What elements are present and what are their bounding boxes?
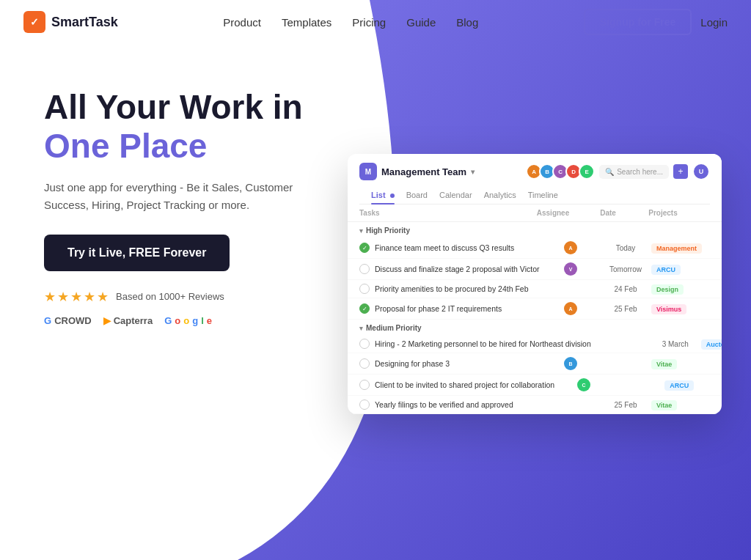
task-name: Proposal for phase 2 IT requirements (375, 304, 502, 313)
table-row[interactable]: Discuss and finalize stage 2 proposal wi… (348, 259, 722, 280)
task-avatar: A (564, 241, 577, 254)
task-tag: Vitae (651, 359, 677, 369)
logo-icon: ✓ (23, 11, 45, 33)
nav-pricing[interactable]: Pricing (352, 16, 386, 29)
table-row[interactable]: ✓Proposal for phase 2 IT requirements A … (348, 298, 722, 320)
task-avatar: C (577, 378, 590, 391)
mockup-header-top: M Management Team ▾ A B C D E 🔍 Search h… (359, 163, 710, 180)
login-button[interactable]: Login (700, 16, 728, 29)
star-5: ★ (97, 289, 109, 305)
nav-links: Product Templates Pricing Guide Blog (223, 16, 478, 29)
col-projects: Projects (634, 209, 692, 217)
tab-list[interactable]: List (371, 186, 395, 204)
task-name: Client to be invited to shared project f… (375, 380, 554, 389)
mockup-right-header: A B C D E 🔍 Search here... + U (526, 163, 710, 180)
task-table: Tasks Assignee Date Projects ▾ High Prio… (348, 205, 722, 414)
nav-product[interactable]: Product (223, 16, 261, 29)
task-check-icon (359, 339, 370, 349)
table-row[interactable]: Client to be invited to shared project f… (348, 375, 722, 396)
nav-blog[interactable]: Blog (456, 16, 478, 29)
task-check-icon: ✓ (359, 303, 370, 314)
task-check-icon (359, 399, 370, 410)
star-1: ★ (44, 289, 56, 305)
mockup-tabs: List Board Calendar Analytics Timeline (359, 186, 710, 205)
hero-title-line2: One Place (44, 127, 207, 165)
table-row[interactable]: Yearly filings to be verified and approv… (348, 396, 722, 414)
task-date: 25 Feb (600, 401, 651, 409)
task-tag: ARCU (664, 380, 694, 391)
avatar-5: E (579, 163, 595, 180)
platform-gcrowd: G CROWD (44, 315, 92, 326)
hero-title: All Your Work in One Place (44, 88, 323, 166)
add-button[interactable]: + (673, 164, 688, 179)
capterra-label: Capterra (114, 315, 153, 326)
table-row[interactable]: Hiring - 2 Marketing personnel to be hir… (348, 335, 722, 353)
task-name: Discuss and finalize stage 2 proposal wi… (375, 265, 540, 273)
star-rating: ★ ★ ★ ★ ★ (44, 289, 109, 305)
star-3: ★ (70, 289, 82, 305)
task-name: Hiring - 2 Marketing personnel to be hir… (375, 339, 591, 348)
search-placeholder: Search here... (617, 168, 663, 176)
col-assignee: Assignee (524, 209, 582, 217)
task-name: Finance team meet to discuss Q3 results (375, 243, 514, 252)
hero-title-line1: All Your Work in (44, 88, 303, 126)
platform-google: Google (164, 315, 212, 326)
search-icon: 🔍 (605, 168, 614, 176)
nav-guide[interactable]: Guide (406, 16, 436, 29)
task-tag: Auctor (701, 339, 722, 350)
cta-button[interactable]: Try it Live, FREE Forever (44, 235, 230, 271)
task-date: 24 Feb (600, 285, 651, 293)
team-name: M Management Team ▾ (359, 163, 475, 180)
team-name-label: Management Team (381, 166, 466, 177)
task-check-icon (359, 358, 370, 369)
task-avatar: A (564, 302, 577, 315)
logo[interactable]: ✓ SmartTask (23, 11, 118, 33)
mockup-search[interactable]: 🔍 Search here... (599, 165, 669, 179)
tab-timeline[interactable]: Timeline (528, 186, 558, 204)
gcrowd-label: CROWD (54, 315, 92, 326)
task-check-icon (359, 264, 370, 274)
task-date: 3 March (650, 340, 701, 348)
tab-analytics[interactable]: Analytics (484, 186, 516, 204)
capterra-arrow: ▶ (103, 315, 111, 326)
task-avatar: V (564, 262, 577, 276)
task-check-icon (359, 380, 370, 390)
table-row[interactable]: Designing for phase 3 B Vitae (348, 353, 722, 375)
navigation: ✓ SmartTask Product Templates Pricing Gu… (0, 0, 751, 44)
nav-templates[interactable]: Templates (282, 16, 331, 29)
tab-board[interactable]: Board (406, 186, 428, 204)
task-date: Today (600, 244, 651, 252)
col-date: Date (582, 209, 634, 217)
reviews-section: ★ ★ ★ ★ ★ Based on 1000+ Reviews (44, 289, 323, 305)
task-check-icon: ✓ (359, 243, 370, 253)
star-2: ★ (57, 289, 69, 305)
review-text: Based on 1000+ Reviews (116, 291, 224, 302)
brand-name: SmartTask (51, 15, 118, 30)
task-date: Tomorrow (600, 265, 651, 273)
team-avatars: A B C D E (526, 163, 595, 180)
g-letter: G (44, 315, 51, 326)
team-icon: M (359, 163, 377, 180)
col-tasks: Tasks (359, 209, 524, 217)
task-avatar: B (564, 357, 577, 370)
google-g: G (164, 315, 172, 326)
table-header: Tasks Assignee Date Projects (348, 205, 722, 222)
task-tag: Visimus (651, 304, 686, 314)
task-name: Designing for phase 3 (375, 359, 450, 368)
team-chevron-icon: ▾ (471, 168, 475, 176)
star-4: ★ (84, 289, 95, 305)
task-tag: Design (651, 284, 684, 295)
section-chevron-icon: ▾ (359, 325, 363, 332)
task-name: Yearly filings to be verified and approv… (375, 400, 513, 409)
signup-button[interactable]: Signup for Free (584, 9, 692, 35)
task-tag: ARCU (651, 265, 681, 275)
task-tag: Vitae (651, 400, 677, 410)
task-date: 25 Feb (600, 305, 651, 313)
nav-actions: Signup for Free Login (584, 9, 728, 35)
table-row[interactable]: Priority amenities to be procured by 24t… (348, 280, 722, 298)
table-row[interactable]: ✓Finance team meet to discuss Q3 results… (348, 237, 722, 259)
hero-content: All Your Work in One Place Just one app … (44, 88, 323, 326)
platform-capterra: ▶ Capterra (103, 315, 153, 326)
tab-calendar[interactable]: Calendar (439, 186, 472, 204)
task-check-icon (359, 284, 370, 294)
